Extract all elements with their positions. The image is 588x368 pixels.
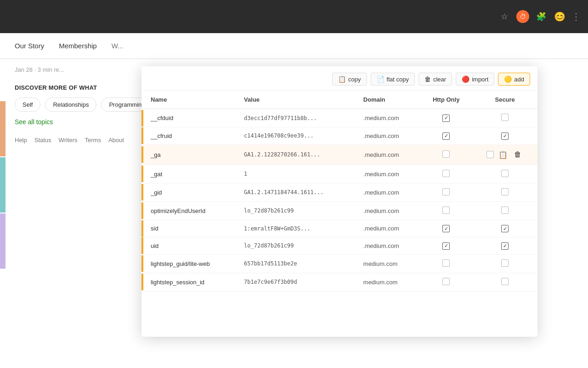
- row-value: GA1.2.1471184744.1611...: [237, 183, 356, 201]
- row-http-only[interactable]: [420, 201, 472, 220]
- row-http-only[interactable]: [420, 127, 472, 145]
- checkbox-http-only[interactable]: [442, 115, 450, 122]
- cookie-table-wrap[interactable]: Name Value Domain Http Only Secure __cfd…: [141, 91, 537, 337]
- header-domain: Domain: [356, 91, 420, 109]
- footer-about[interactable]: About: [108, 137, 124, 144]
- row-indicator-cell: [141, 109, 143, 127]
- nav-item-partial[interactable]: W...: [112, 42, 124, 50]
- row-value: 7b1e7c9e67f3b09d: [237, 273, 356, 291]
- profile-icon[interactable]: 😊: [553, 10, 566, 23]
- table-row[interactable]: lightstep_session_id7b1e7c9e67f3b09dmedi…: [141, 273, 537, 291]
- flat-copy-button[interactable]: 📄 flat copy: [371, 73, 415, 86]
- row-secure[interactable]: [472, 220, 537, 237]
- checkbox-http-only[interactable]: [442, 132, 450, 140]
- table-row[interactable]: _gidGA1.2.1471184744.1611....medium.com: [141, 183, 537, 201]
- row-value: 657bb17d5113be2e: [237, 254, 356, 273]
- row-value: lo_72d87b261c99: [237, 201, 356, 220]
- checkbox-http-only[interactable]: [442, 259, 450, 267]
- row-indicator-cell: [141, 201, 143, 220]
- table-row[interactable]: sid1:emraltF8W+GmD3S....medium.com: [141, 220, 537, 237]
- nav-membership[interactable]: Membership: [59, 42, 97, 50]
- row-http-only[interactable]: [420, 183, 472, 201]
- row-secure[interactable]: [472, 127, 537, 145]
- checkbox-http-only[interactable]: [442, 188, 450, 196]
- table-row[interactable]: _gaGA1.2.1228270266.161....medium.com📋🗑: [141, 144, 537, 165]
- timer-icon[interactable]: ⏱: [516, 10, 529, 23]
- row-secure[interactable]: 📋🗑: [472, 144, 537, 165]
- topic-relationships[interactable]: Relationships: [45, 98, 96, 112]
- checkbox-secure[interactable]: [486, 151, 494, 158]
- table-row[interactable]: optimizelyEndUserIdlo_72d87b261c99.mediu…: [141, 201, 537, 220]
- row-domain: .medium.com: [356, 201, 420, 220]
- row-http-only[interactable]: [420, 273, 472, 291]
- checkbox-secure[interactable]: [501, 242, 509, 250]
- footer-terms[interactable]: Terms: [85, 137, 101, 144]
- checkbox-http-only[interactable]: [442, 170, 450, 177]
- add-icon: 🟡: [504, 75, 512, 83]
- extensions-icon[interactable]: 🧩: [535, 10, 548, 23]
- chrome-menu-icon[interactable]: ⋮: [571, 11, 581, 22]
- import-button[interactable]: 🔴 import: [456, 73, 494, 86]
- row-secure[interactable]: [472, 254, 537, 273]
- checkbox-http-only[interactable]: [442, 225, 450, 232]
- edit-row-button[interactable]: 📋: [497, 150, 509, 160]
- import-label: import: [472, 76, 488, 83]
- table-row[interactable]: lightstep_guid/lite-web657bb17d5113be2em…: [141, 254, 537, 273]
- row-secure[interactable]: [472, 237, 537, 255]
- row-name: sid: [143, 220, 237, 237]
- clear-icon: 🗑: [424, 75, 431, 83]
- row-secure[interactable]: [472, 165, 537, 183]
- table-row[interactable]: __cfruidc1414e196708c9ee39....medium.com: [141, 127, 537, 145]
- add-button[interactable]: 🟡 add: [498, 73, 530, 86]
- row-name: lightstep_guid/lite-web: [143, 254, 237, 273]
- checkbox-http-only[interactable]: [442, 150, 450, 158]
- checkbox-secure[interactable]: [501, 225, 509, 232]
- table-header-row: Name Value Domain Http Only Secure: [141, 91, 537, 109]
- checkbox-http-only[interactable]: [442, 278, 450, 285]
- row-name: _gat: [143, 165, 237, 183]
- row-http-only[interactable]: [420, 109, 472, 127]
- table-row[interactable]: __cfduidd3ecc1d77df97711b8b....medium.co…: [141, 109, 537, 127]
- clear-button[interactable]: 🗑 clear: [418, 73, 452, 86]
- checkbox-secure[interactable]: [501, 170, 509, 177]
- row-secure[interactable]: [472, 183, 537, 201]
- topic-self[interactable]: Self: [15, 98, 40, 112]
- table-row[interactable]: _gat1.medium.com: [141, 165, 537, 183]
- row-name: lightstep_session_id: [143, 273, 237, 291]
- row-domain: .medium.com: [356, 127, 420, 145]
- delete-row-button[interactable]: 🗑: [512, 150, 523, 160]
- nav-our-story[interactable]: Our Story: [15, 42, 44, 50]
- row-secure[interactable]: [472, 273, 537, 291]
- row-domain: .medium.com: [356, 220, 420, 237]
- row-http-only[interactable]: [420, 144, 472, 165]
- row-indicator-cell: [141, 144, 143, 165]
- checkbox-http-only[interactable]: [442, 242, 450, 250]
- row-http-only[interactable]: [420, 220, 472, 237]
- row-indicator-cell: [141, 254, 143, 273]
- table-row[interactable]: uidlo_72d87b261c99.medium.com: [141, 237, 537, 255]
- copy-button[interactable]: 📋 copy: [332, 73, 367, 86]
- checkbox-secure[interactable]: [501, 207, 509, 214]
- row-http-only[interactable]: [420, 165, 472, 183]
- row-indicator-cell: [141, 237, 143, 255]
- row-name: _ga: [143, 144, 237, 165]
- checkbox-secure[interactable]: [501, 132, 509, 140]
- row-name: __cfduid: [143, 109, 237, 127]
- medium-nav: Our Story Membership W...: [0, 33, 588, 59]
- row-domain: medium.com: [356, 273, 420, 291]
- checkbox-secure[interactable]: [501, 278, 509, 285]
- checkbox-http-only[interactable]: [442, 207, 450, 214]
- checkbox-secure[interactable]: [501, 188, 509, 196]
- row-secure[interactable]: [472, 109, 537, 127]
- checkbox-secure[interactable]: [501, 114, 509, 121]
- left-color-bars: [0, 101, 6, 270]
- row-http-only[interactable]: [420, 237, 472, 255]
- footer-status[interactable]: Status: [34, 137, 51, 144]
- footer-help[interactable]: Help: [15, 137, 27, 144]
- footer-writers[interactable]: Writers: [59, 137, 78, 144]
- row-secure[interactable]: [472, 201, 537, 220]
- checkbox-secure[interactable]: [501, 259, 509, 267]
- add-label: add: [514, 76, 524, 83]
- row-http-only[interactable]: [420, 254, 472, 273]
- bookmark-icon[interactable]: ☆: [498, 10, 511, 23]
